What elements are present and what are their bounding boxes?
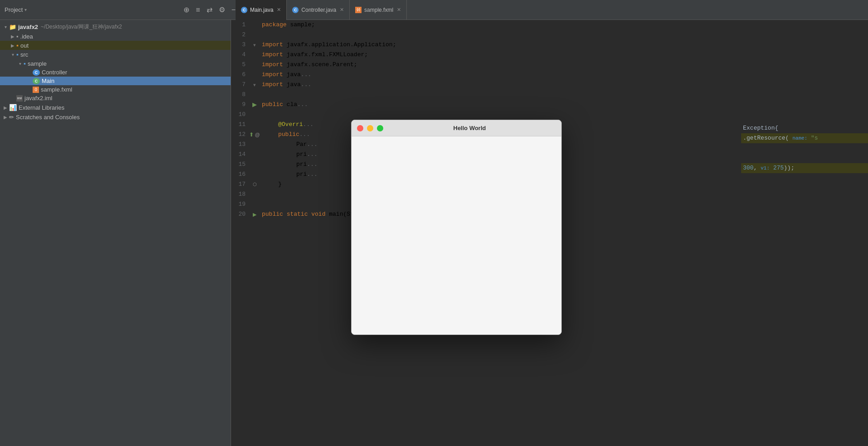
sidebar-item-out[interactable]: ▶ ▪ out xyxy=(0,41,231,50)
list-icon[interactable]: ≡ xyxy=(196,6,200,14)
tab-main-java[interactable]: C Main.java ✕ xyxy=(236,0,287,20)
ln-10: 10 xyxy=(231,110,249,120)
right-line-16 xyxy=(741,173,868,183)
code-4: import javafx.fxml.FXMLLoader; xyxy=(260,50,741,60)
sidebar-item-samplefxml[interactable]: ▶ ⟨⟩ sample.fxml xyxy=(0,85,231,94)
code-line-9: 9 ▶ public cla... xyxy=(231,100,741,110)
sidebar-item-idea[interactable]: ▶ ▪ .idea xyxy=(0,32,231,41)
add-icon[interactable]: ⊕ xyxy=(183,5,189,14)
controller-java-icon: C xyxy=(292,7,299,13)
tab-main-java-close[interactable]: ✕ xyxy=(277,7,281,13)
sidebar-item-sample[interactable]: ▾ ▪ sample xyxy=(0,59,231,68)
project-label: Project xyxy=(5,6,23,13)
gutter-19 xyxy=(249,199,260,209)
right-line-1 xyxy=(741,24,868,34)
gutter-1 xyxy=(249,20,260,30)
gutter-14 xyxy=(249,150,260,160)
ln-6: 6 xyxy=(231,70,249,80)
idea-folder-icon: ▪ xyxy=(16,33,19,40)
iml-label: javafx2.iml xyxy=(24,95,52,102)
ln-15: 15 xyxy=(231,160,249,170)
out-arrow-icon: ▶ xyxy=(9,43,16,48)
main-area: ▾ 📁 javafx2 ~/Desktop/java/网课_狂神/javafx2… xyxy=(0,20,868,446)
sidebar-item-controller[interactable]: ▶ C Controller xyxy=(0,68,231,77)
popup-maximize-button[interactable] xyxy=(377,125,383,131)
right-line-8 xyxy=(741,93,868,103)
ln-4: 4 xyxy=(231,50,249,60)
sample-fxml-icon: ⟨/⟩ xyxy=(355,7,362,13)
code-5: import javafx.scene.Parent; xyxy=(260,60,741,70)
fxml-file-icon: ⟨⟩ xyxy=(33,87,39,93)
project-dropdown[interactable]: Project ▾ xyxy=(5,6,27,13)
tab-sample-fxml-close[interactable]: ✕ xyxy=(397,7,401,13)
sidebar-item-iml[interactable]: ▶ iml javafx2.iml xyxy=(0,94,231,102)
code-1: package sample; xyxy=(260,20,741,30)
gutter-6 xyxy=(249,70,260,80)
code-3: import javafx.application.Application; xyxy=(260,40,741,50)
ln-19: 19 xyxy=(231,199,249,209)
ln-5: 5 xyxy=(231,60,249,70)
dropdown-arrow-icon: ▾ xyxy=(24,7,27,12)
sidebar-item-scratches[interactable]: ▶ ✏ Scratches and Consoles xyxy=(0,112,231,122)
minimize-icon[interactable]: − xyxy=(231,6,236,14)
ln-13: 13 xyxy=(231,140,249,150)
right-line-13 xyxy=(741,143,868,153)
gutter-9: ▶ xyxy=(249,100,260,110)
ln-9: 9 xyxy=(231,100,249,110)
popup-minimize-button[interactable] xyxy=(367,125,373,131)
settings-icon[interactable]: ⚙ xyxy=(219,5,225,14)
code-line-1: 1 package sample; xyxy=(231,20,741,30)
gutter-11 xyxy=(249,120,260,130)
sidebar-item-main[interactable]: ▶ C Main xyxy=(0,77,231,85)
tab-controller-java[interactable]: C Controller.java ✕ xyxy=(287,0,350,20)
code-line-4: 4 import javafx.fxml.FXMLLoader; xyxy=(231,50,741,60)
right-line-5 xyxy=(741,63,868,73)
play-icon-20[interactable]: ▶ xyxy=(253,209,256,219)
popup-body xyxy=(352,136,561,334)
gutter-10 xyxy=(249,110,260,120)
code-8 xyxy=(260,90,741,100)
split-icon[interactable]: ⇄ xyxy=(207,5,212,14)
gutter-20: ▶ xyxy=(249,209,260,219)
ln-12: 12 xyxy=(231,130,249,140)
root-path: ~/Desktop/java/网课_狂神/javafx2 xyxy=(41,23,122,31)
hello-world-popup[interactable]: Hello World xyxy=(351,120,562,335)
popup-close-button[interactable] xyxy=(357,125,363,131)
out-label: out xyxy=(20,42,29,49)
scratches-label: Scratches and Consoles xyxy=(16,114,80,121)
right-line-9 xyxy=(741,103,868,113)
popup-titlebar: Hello World xyxy=(352,120,561,136)
gutter-12: ⬆ @ xyxy=(249,130,260,140)
src-arrow-icon: ▾ xyxy=(9,52,16,57)
right-line-6 xyxy=(741,73,868,83)
ln-11: 11 xyxy=(231,120,249,130)
ln-20: 20 xyxy=(231,209,249,219)
sidebar-item-extlib[interactable]: ▶ 📊 External Libraries xyxy=(0,102,231,112)
fold-icon-7[interactable]: ▾ xyxy=(253,80,256,90)
right-line-2 xyxy=(741,34,868,44)
out-folder-icon: ▪ xyxy=(16,42,19,49)
root-arrow-icon: ▾ xyxy=(2,24,9,29)
gutter-4 xyxy=(249,50,260,60)
fold-icon-3[interactable]: ▾ xyxy=(253,40,256,50)
tab-controller-java-close[interactable]: ✕ xyxy=(340,7,344,13)
sidebar-root[interactable]: ▾ 📁 javafx2 ~/Desktop/java/网课_狂神/javafx2 xyxy=(0,22,231,32)
src-label: src xyxy=(20,51,28,58)
right-line-19 xyxy=(741,203,868,213)
tab-sample-fxml[interactable]: ⟨/⟩ sample.fxml ✕ xyxy=(350,0,407,20)
ln-14: 14 xyxy=(231,150,249,160)
sidebar-item-src[interactable]: ▾ ▪ src xyxy=(0,50,231,59)
right-line-10 xyxy=(741,113,868,123)
tab-main-java-label: Main.java xyxy=(250,7,273,13)
editor-content[interactable]: 1 package sample; 2 3 ▾ xyxy=(231,20,868,446)
code-line-3: 3 ▾ import javafx.application.Applicatio… xyxy=(231,40,741,50)
code-6: import java... xyxy=(260,70,741,80)
main-label: Main xyxy=(42,78,54,84)
scratches-arrow-icon: ▶ xyxy=(2,115,9,120)
right-line-4 xyxy=(741,53,868,63)
right-line-12: .getResource( name: "s xyxy=(741,133,868,143)
samplefxml-label: sample.fxml xyxy=(41,86,72,93)
right-code-panel: Exception{ .getResource( name: "s 300, v… xyxy=(741,20,868,446)
play-icon-9[interactable]: ▶ xyxy=(252,100,257,110)
sample-label: sample xyxy=(28,60,47,67)
